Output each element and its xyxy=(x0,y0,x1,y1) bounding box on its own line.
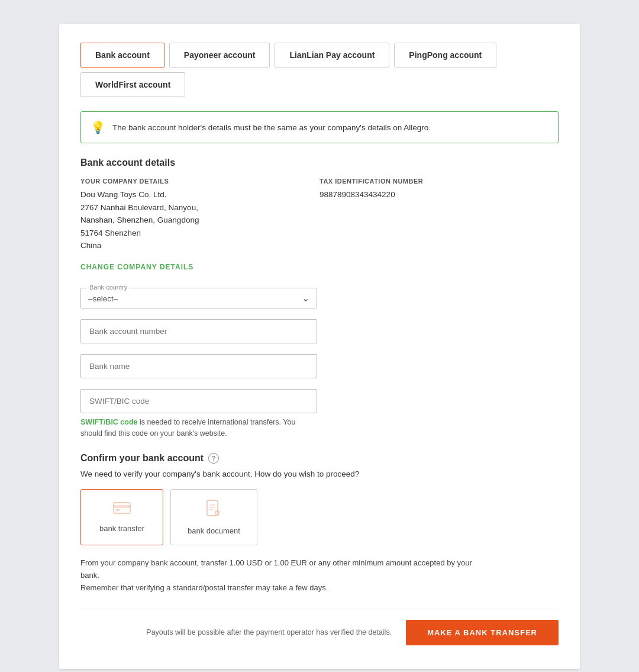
bank-document-icon xyxy=(205,499,222,522)
confirm-title: Confirm your bank account ? xyxy=(80,453,559,464)
main-card: Bank account Payoneer account LianLian P… xyxy=(59,24,580,669)
tax-column: TAX IDENTIFICATION NUMBER 98878908343434… xyxy=(320,178,559,252)
info-box-text: The bank account holder's details must b… xyxy=(112,123,431,132)
tab-worldfirst[interactable]: WorldFirst account xyxy=(80,72,185,97)
confirm-title-text: Confirm your bank account xyxy=(80,453,204,464)
tab-bank-account[interactable]: Bank account xyxy=(80,43,164,67)
payout-note: Payouts will be possible after the payme… xyxy=(146,628,392,636)
bank-name-input[interactable] xyxy=(80,354,317,378)
company-address-2: Nanshan, Shenzhen, Guangdong xyxy=(80,214,320,227)
transfer-note: From your company bank account, transfer… xyxy=(80,557,483,594)
company-details-grid: YOUR COMPANY DETAILS Dou Wang Toys Co. L… xyxy=(80,178,559,252)
swift-bic-input[interactable] xyxy=(80,389,317,413)
svg-rect-1 xyxy=(114,505,130,508)
tabs-row-2: WorldFirst account xyxy=(80,72,559,97)
tax-number: 98878908343434220 xyxy=(320,188,559,201)
help-icon[interactable]: ? xyxy=(208,453,219,464)
swift-hint: SWIFT/BIC code is needed to receive inte… xyxy=(80,417,317,439)
bank-transfer-label: bank transfer xyxy=(99,524,144,533)
bank-country-select[interactable]: –select– xyxy=(88,294,309,303)
tabs-row-1: Bank account Payoneer account LianLian P… xyxy=(80,43,559,67)
bank-name-group xyxy=(80,354,559,378)
bank-account-number-group xyxy=(80,319,559,343)
company-info: Dou Wang Toys Co. Ltd. 2767 Nanhai Boule… xyxy=(80,188,320,252)
verify-bank-document[interactable]: bank document xyxy=(170,489,257,545)
bank-country-group: Bank country –select– ⌄ xyxy=(80,288,559,308)
bank-country-wrapper: Bank country –select– ⌄ xyxy=(80,288,317,308)
make-bank-transfer-button[interactable]: MAKE A BANK TRANSFER xyxy=(406,620,559,645)
transfer-note-line1: From your company bank account, transfer… xyxy=(80,557,483,582)
company-address-3: 51764 Shenzhen xyxy=(80,227,320,240)
bank-account-number-input[interactable] xyxy=(80,319,317,343)
confirm-description: We need to verify your company's bank ac… xyxy=(80,470,559,478)
bank-transfer-icon xyxy=(112,499,131,519)
tab-lianlian[interactable]: LianLian Pay account xyxy=(275,43,389,67)
swift-bic-group: SWIFT/BIC code is needed to receive inte… xyxy=(80,389,559,439)
info-box: 💡 The bank account holder's details must… xyxy=(80,111,559,143)
bottom-row: Payouts will be possible after the payme… xyxy=(80,609,559,645)
change-company-link[interactable]: CHANGE COMPANY DETAILS xyxy=(80,263,193,271)
company-address-4: China xyxy=(80,239,320,252)
company-address-1: 2767 Nanhai Boulevard, Nanyou, xyxy=(80,201,320,214)
tab-pingpong[interactable]: PingPong account xyxy=(394,43,496,67)
bulb-icon: 💡 xyxy=(91,120,105,134)
company-name: Dou Wang Toys Co. Ltd. xyxy=(80,188,320,201)
svg-rect-3 xyxy=(207,500,218,516)
bank-country-label: Bank country xyxy=(87,284,130,291)
company-label: YOUR COMPANY DETAILS xyxy=(80,178,320,185)
company-column: YOUR COMPANY DETAILS Dou Wang Toys Co. L… xyxy=(80,178,320,252)
bank-details-title: Bank account details xyxy=(80,157,559,168)
svg-rect-2 xyxy=(116,509,120,511)
tab-payoneer[interactable]: Payoneer account xyxy=(169,43,270,67)
bank-document-label: bank document xyxy=(188,526,240,535)
tax-label: TAX IDENTIFICATION NUMBER xyxy=(320,178,559,185)
verification-options: bank transfer bank document xyxy=(80,489,559,545)
verify-bank-transfer[interactable]: bank transfer xyxy=(80,489,163,545)
transfer-note-line2: Remember that verifying a standard/posta… xyxy=(80,582,483,594)
swift-hint-link[interactable]: SWIFT/BIC code xyxy=(80,418,138,426)
